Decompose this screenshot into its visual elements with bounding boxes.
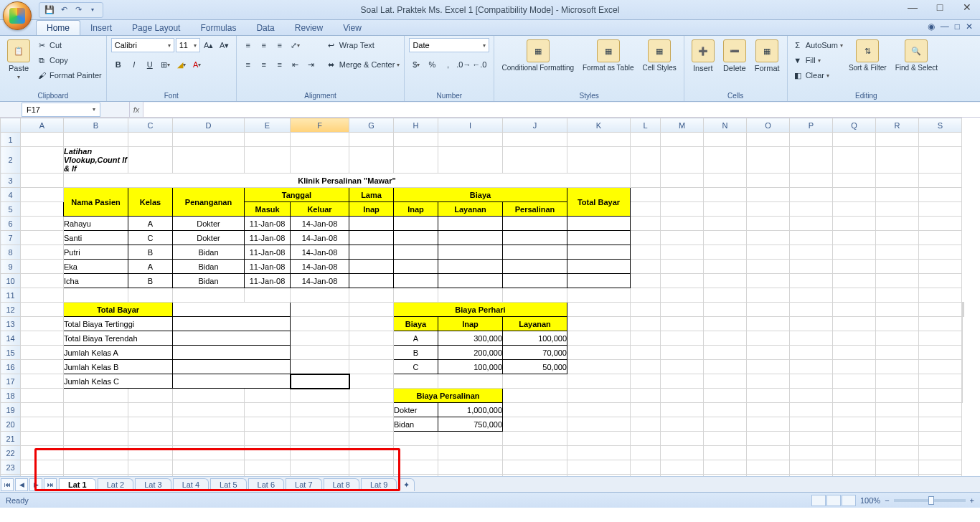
zoom-slider[interactable] (894, 499, 966, 502)
cell[interactable] (438, 432, 503, 446)
cell[interactable] (438, 446, 503, 460)
copy-button[interactable]: ⧉Copy (36, 53, 102, 67)
cell[interactable] (438, 133, 503, 147)
cell[interactable] (291, 460, 349, 475)
col-header[interactable]: I (438, 118, 503, 133)
cell[interactable] (438, 288, 503, 303)
col-header[interactable]: N (704, 118, 747, 133)
cell[interactable] (661, 446, 704, 460)
wrap-text-button[interactable]: ↩Wrap Text (326, 38, 400, 52)
increase-decimal-button[interactable]: .0→ (456, 57, 471, 72)
format-as-table-button[interactable]: ▦Format as Table (580, 38, 637, 73)
cell[interactable] (394, 288, 438, 303)
cell[interactable] (128, 133, 173, 147)
accounting-button[interactable]: $▾ (409, 57, 423, 72)
cell[interactable] (349, 446, 394, 460)
cell[interactable] (833, 288, 876, 303)
cell[interactable] (790, 460, 833, 475)
italic-button[interactable]: I (127, 57, 141, 72)
cell[interactable] (790, 147, 833, 174)
cell[interactable] (704, 432, 747, 446)
cell[interactable] (503, 446, 567, 460)
decrease-decimal-button[interactable]: ←.0 (472, 57, 486, 72)
cell[interactable] (661, 174, 704, 188)
decrease-indent-button[interactable]: ⇤ (288, 57, 303, 72)
cell[interactable] (704, 174, 747, 188)
cell[interactable] (661, 147, 704, 174)
redo-icon[interactable]: ↷ (72, 4, 84, 16)
cell[interactable] (291, 446, 349, 460)
ribbon-close-icon[interactable]: ✕ (966, 22, 973, 32)
row-header[interactable]: 11 (1, 288, 21, 303)
cell[interactable] (503, 147, 567, 174)
cell[interactable] (747, 174, 790, 188)
tab-nav-last[interactable]: ⏭ (44, 478, 57, 491)
cell[interactable] (64, 288, 128, 303)
cell[interactable] (704, 133, 747, 147)
cell[interactable] (503, 288, 567, 303)
sheet-tab[interactable]: Lat 8 (324, 478, 359, 490)
cell[interactable] (790, 174, 833, 188)
cell[interactable] (876, 432, 919, 446)
row-header[interactable]: 3 (1, 174, 21, 188)
help-icon[interactable]: ◉ (928, 22, 935, 32)
grow-font-button[interactable]: A▴ (202, 38, 216, 52)
increase-indent-button[interactable]: ⇥ (304, 57, 319, 72)
col-header[interactable]: B (64, 118, 128, 133)
cell[interactable] (349, 147, 394, 174)
cell[interactable] (790, 133, 833, 147)
cell[interactable] (245, 133, 291, 147)
tab-view[interactable]: View (333, 21, 372, 35)
cell[interactable] (704, 288, 747, 303)
cell[interactable] (173, 133, 245, 147)
maximize-icon[interactable]: □ (931, 1, 948, 13)
clear-button[interactable]: ◧Clear▾ (792, 68, 843, 82)
autosum-button[interactable]: ΣAutoSum▾ (792, 38, 843, 52)
sheet-tab[interactable]: Lat 1 (59, 478, 96, 490)
cell[interactable] (704, 446, 747, 460)
cell[interactable] (661, 288, 704, 303)
row-header[interactable]: 5 (1, 202, 21, 217)
sheet-tab[interactable]: Lat 5 (210, 478, 246, 490)
row-header[interactable]: 6 (1, 217, 21, 231)
row-header[interactable]: 20 (1, 417, 21, 432)
tab-home[interactable]: Home (36, 20, 80, 35)
row-header[interactable]: 15 (1, 346, 21, 360)
col-header[interactable]: R (876, 118, 919, 133)
row-header[interactable]: 2 (1, 147, 21, 174)
col-header[interactable]: S (919, 118, 962, 133)
col-header[interactable]: O (747, 118, 790, 133)
cell[interactable] (919, 432, 962, 446)
cell[interactable] (438, 147, 503, 174)
cell[interactable] (394, 460, 438, 475)
col-header[interactable]: L (631, 118, 661, 133)
cell[interactable] (661, 432, 704, 446)
cell[interactable] (919, 174, 962, 188)
cell[interactable] (790, 288, 833, 303)
bold-button[interactable]: B (111, 57, 126, 72)
row-header[interactable]: 10 (1, 274, 21, 288)
cell[interactable] (631, 133, 661, 147)
cell[interactable] (349, 133, 394, 147)
tab-nav-first[interactable]: ⏮ (1, 478, 14, 491)
cell[interactable] (394, 432, 438, 446)
cell[interactable] (21, 460, 64, 475)
col-header[interactable]: H (394, 118, 438, 133)
align-right-button[interactable]: ≡ (273, 57, 287, 72)
spreadsheet-grid[interactable]: A B C D E F G H I J K L M N O P Q R S 12… (0, 118, 980, 476)
sort-filter-button[interactable]: ⇅Sort & Filter (846, 38, 890, 73)
row-header[interactable]: 7 (1, 231, 21, 245)
comma-button[interactable]: , (440, 57, 455, 72)
cell[interactable] (173, 432, 245, 446)
font-size-select[interactable]: 11▾ (176, 38, 200, 52)
cell[interactable] (21, 174, 64, 188)
undo-icon[interactable]: ↶ (58, 4, 70, 16)
row-header[interactable]: 12 (1, 303, 21, 317)
cell[interactable] (349, 460, 394, 475)
col-header[interactable]: E (245, 118, 291, 133)
align-middle-button[interactable]: ≡ (257, 38, 271, 52)
cell[interactable] (21, 288, 64, 303)
cell[interactable] (567, 446, 631, 460)
cell[interactable] (704, 460, 747, 475)
cell[interactable] (245, 460, 291, 475)
